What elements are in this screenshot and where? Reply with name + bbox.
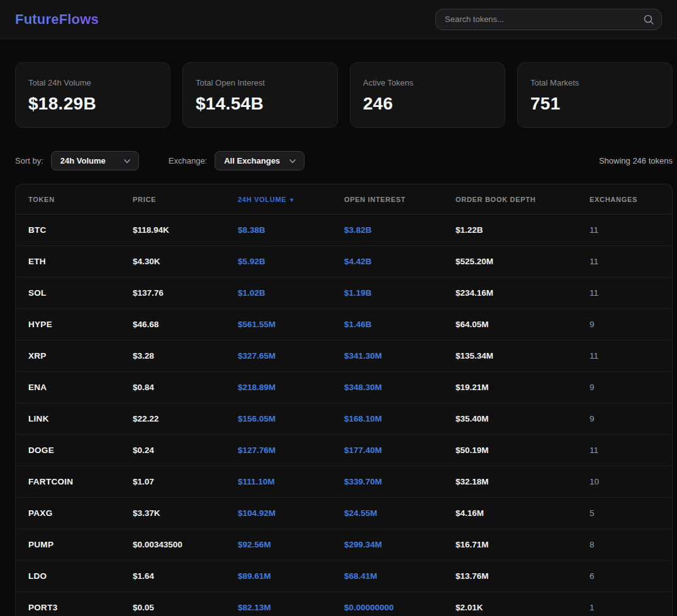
token-order-book-depth: $16.71M (456, 540, 590, 549)
token-24h-volume: $127.76M (238, 445, 344, 455)
token-exchange-count: 8 (590, 540, 659, 549)
token-price: $0.00343500 (133, 540, 238, 549)
column-header-24h-volume[interactable]: 24H VOLUME▼ (238, 196, 344, 203)
table-body: BTC$118.94K$8.38B$3.82B$1.22B11ETH$4.30K… (16, 215, 672, 616)
stat-value: $18.29B (28, 94, 157, 114)
column-header-order-book-depth[interactable]: ORDER BOOK DEPTH (456, 196, 590, 203)
token-symbol: HYPE (28, 320, 133, 329)
token-symbol: BTC (28, 225, 133, 235)
token-open-interest: $0.00000000 (344, 603, 456, 612)
table-row[interactable]: PAXG$3.37K$104.92M$24.55M$4.16M5 (16, 498, 672, 529)
token-24h-volume: $5.92B (238, 257, 344, 266)
stats-row: Total 24h Volume $18.29B Total Open Inte… (0, 39, 677, 128)
token-open-interest: $341.30M (344, 351, 456, 361)
stat-card-total-open-interest: Total Open Interest $14.54B (182, 62, 338, 128)
stat-value: $14.54B (196, 94, 325, 114)
sort-by-label: Sort by: (15, 156, 43, 165)
token-exchange-count: 10 (590, 477, 659, 486)
table-row[interactable]: ENA$0.84$218.89M$348.30M$19.21M9 (16, 372, 672, 403)
token-symbol: LDO (28, 571, 133, 581)
token-exchange-count: 11 (590, 257, 659, 266)
table-row[interactable]: PORT3$0.05$82.13M$0.00000000$2.01K1 (16, 592, 672, 616)
controls-row: Sort by: 24h Volume Exchange: All Exchan… (0, 128, 677, 171)
column-header-token[interactable]: TOKEN (28, 196, 133, 203)
exchange-dropdown[interactable]: All Exchanges (215, 151, 305, 171)
stat-card-total-24h-volume: Total 24h Volume $18.29B (15, 62, 171, 128)
column-header-exchanges[interactable]: EXCHANGES (590, 196, 659, 203)
token-symbol: DOGE (28, 445, 133, 455)
token-symbol: ETH (28, 257, 133, 266)
token-table: TOKENPRICE24H VOLUME▼OPEN INTERESTORDER … (15, 184, 673, 616)
token-open-interest: $24.55M (344, 508, 456, 518)
token-order-book-depth: $1.22B (456, 225, 590, 235)
token-open-interest: $168.10M (344, 414, 456, 423)
column-header-price[interactable]: PRICE (133, 196, 238, 203)
search-input[interactable] (435, 9, 662, 30)
token-exchange-count: 5 (590, 508, 659, 518)
token-symbol: ENA (28, 383, 133, 392)
table-row[interactable]: PUMP$0.00343500$92.56M$299.34M$16.71M8 (16, 529, 672, 561)
token-price: $0.24 (133, 445, 238, 455)
token-price: $3.28 (133, 351, 238, 361)
table-row[interactable]: XRP$3.28$327.65M$341.30M$135.34M11 (16, 340, 672, 372)
table-row[interactable]: LINK$22.22$156.05M$168.10M$35.40M9 (16, 403, 672, 435)
app-logo: FutureFlows (15, 11, 99, 28)
token-order-book-depth: $2.01K (456, 603, 590, 612)
column-header-open-interest[interactable]: OPEN INTEREST (344, 196, 456, 203)
token-exchange-count: 1 (590, 603, 659, 612)
stat-label: Total Markets (530, 78, 659, 87)
table-row[interactable]: ETH$4.30K$5.92B$4.42B$525.20M11 (16, 246, 672, 277)
token-order-book-depth: $13.76M (456, 571, 590, 581)
stat-label: Total Open Interest (196, 78, 325, 87)
token-order-book-depth: $19.21M (456, 383, 590, 392)
stat-label: Active Tokens (363, 78, 492, 87)
sort-descending-icon: ▼ (289, 197, 295, 203)
token-symbol: SOL (28, 288, 133, 298)
token-24h-volume: $327.65M (238, 351, 344, 361)
token-price: $22.22 (133, 414, 238, 423)
token-24h-volume: $82.13M (238, 603, 344, 612)
table-row[interactable]: DOGE$0.24$127.76M$177.40M$50.19M11 (16, 435, 672, 466)
stat-value: 246 (363, 94, 492, 114)
token-symbol: PUMP (28, 540, 133, 549)
token-order-book-depth: $234.16M (456, 288, 590, 298)
token-24h-volume: $218.89M (238, 383, 344, 392)
token-price: $137.76 (133, 288, 238, 298)
table-row[interactable]: LDO$1.64$89.61M$68.41M$13.76M6 (16, 561, 672, 592)
token-price: $3.37K (133, 508, 238, 518)
token-exchange-count: 9 (590, 414, 659, 423)
token-order-book-depth: $35.40M (456, 414, 590, 423)
token-exchange-count: 11 (590, 225, 659, 235)
token-price: $46.68 (133, 320, 238, 329)
table-row[interactable]: SOL$137.76$1.02B$1.19B$234.16M11 (16, 277, 672, 309)
token-open-interest: $4.42B (344, 257, 456, 266)
chevron-down-icon (123, 157, 131, 165)
token-open-interest: $348.30M (344, 383, 456, 392)
stat-card-active-tokens: Active Tokens 246 (350, 62, 505, 128)
token-price: $0.84 (133, 383, 238, 392)
token-exchange-count: 9 (590, 383, 659, 392)
sort-dropdown[interactable]: 24h Volume (51, 151, 139, 171)
token-24h-volume: $1.02B (238, 288, 344, 298)
token-symbol: LINK (28, 414, 133, 423)
token-open-interest: $177.40M (344, 445, 456, 455)
token-exchange-count: 11 (590, 288, 659, 298)
token-24h-volume: $104.92M (238, 508, 344, 518)
table-row[interactable]: BTC$118.94K$8.38B$3.82B$1.22B11 (16, 215, 672, 246)
token-price: $118.94K (133, 225, 238, 235)
token-order-book-depth: $4.16M (456, 508, 590, 518)
token-exchange-count: 9 (590, 320, 659, 329)
token-price: $1.64 (133, 571, 238, 581)
token-exchange-count: 11 (590, 445, 659, 455)
token-open-interest: $1.46B (344, 320, 456, 329)
search-container (435, 9, 662, 30)
table-header-row: TOKENPRICE24H VOLUME▼OPEN INTERESTORDER … (16, 184, 672, 215)
table-row[interactable]: HYPE$46.68$561.55M$1.46B$64.05M9 (16, 309, 672, 340)
token-order-book-depth: $32.18M (456, 477, 590, 486)
token-open-interest: $3.82B (344, 225, 456, 235)
sort-dropdown-value: 24h Volume (60, 156, 106, 165)
token-24h-volume: $89.61M (238, 571, 344, 581)
token-symbol: FARTCOIN (28, 477, 133, 486)
table-row[interactable]: FARTCOIN$1.07$111.10M$339.70M$32.18M10 (16, 466, 672, 498)
token-price: $0.05 (133, 603, 238, 612)
